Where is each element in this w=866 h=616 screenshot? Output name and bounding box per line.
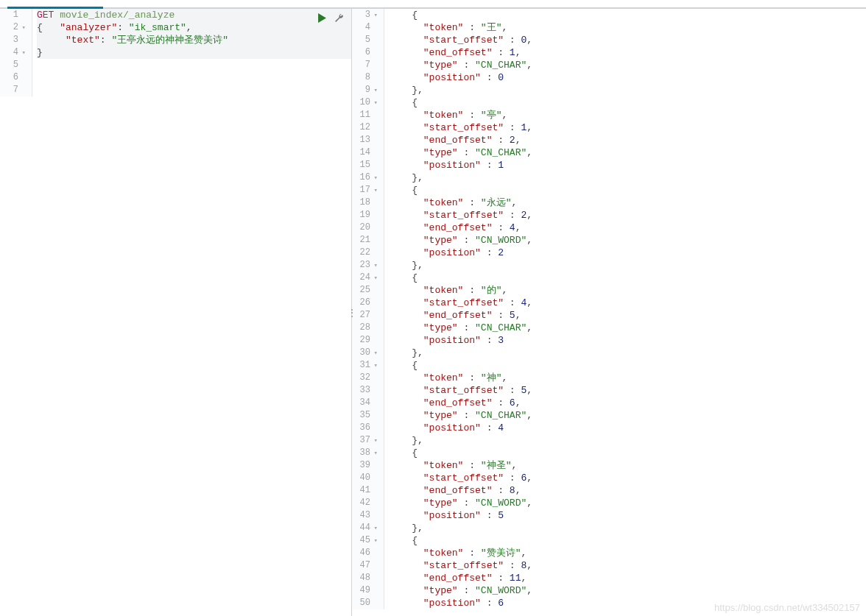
code-area: { "token" : "王", "start_offset" : 0, "en… (384, 9, 866, 609)
run-icon[interactable] (317, 13, 327, 26)
request-editor[interactable]: 1 2▾3 4▾5 6 7 GET movie_index/_analyze{ … (0, 9, 352, 616)
line-gutter: 1 2▾3 4▾5 6 7 (0, 9, 32, 96)
request-toolbar (317, 13, 344, 26)
split-handle[interactable]: ⋮ (348, 307, 356, 318)
code-area[interactable]: GET movie_index/_analyze{ "analyzer": "i… (32, 9, 351, 96)
tab-bar (0, 0, 866, 9)
line-gutter: 3▾4 5 6 7 8 9▾10▾11 12 13 14 15 16▾17▾18… (352, 9, 384, 609)
response-viewer[interactable]: ⋮ 3▾4 5 6 7 8 9▾10▾11 12 13 14 15 16▾17▾… (352, 9, 866, 616)
wrench-icon[interactable] (334, 13, 344, 26)
